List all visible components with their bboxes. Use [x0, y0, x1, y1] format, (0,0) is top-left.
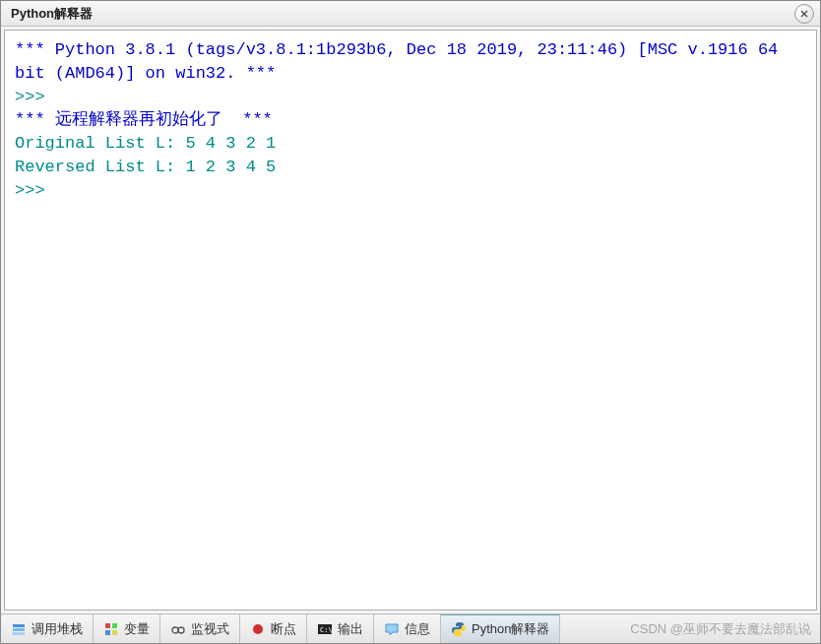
svg-rect-6 — [112, 623, 117, 628]
message-icon — [384, 621, 400, 637]
tab-label: Python解释器 — [472, 620, 549, 638]
svg-point-10 — [178, 627, 184, 633]
tab-label: 信息 — [405, 620, 430, 638]
window: Python解释器 *** Python 3.8.1 (tags/v3.8.1:… — [0, 0, 821, 644]
svg-rect-2 — [13, 624, 25, 627]
console-area[interactable]: *** Python 3.8.1 (tags/v3.8.1:1b293b6, D… — [4, 30, 817, 611]
svg-point-12 — [253, 624, 263, 634]
svg-point-9 — [172, 627, 178, 633]
svg-rect-5 — [105, 623, 110, 628]
tab-messages[interactable]: 信息 — [374, 614, 441, 643]
prompt: >>> — [15, 88, 55, 106]
status-bar: 调用堆栈 变量 监视式 断点 C:\ 输出 — [1, 613, 820, 643]
output-line-original: Original List L: 5 4 3 2 1 — [15, 134, 276, 153]
version-line: *** Python 3.8.1 (tags/v3.8.1:1b293b6, D… — [15, 40, 789, 83]
variables-icon — [103, 621, 119, 637]
close-button[interactable] — [794, 4, 814, 24]
tab-breakpoints[interactable]: 断点 — [240, 614, 307, 643]
tab-watches[interactable]: 监视式 — [160, 614, 240, 643]
output-line-reversed: Reversed List L: 1 2 3 4 5 — [15, 158, 276, 176]
output-icon: C:\ — [317, 621, 333, 637]
tab-label: 变量 — [124, 620, 150, 638]
tab-call-stack[interactable]: 调用堆栈 — [1, 614, 94, 643]
tab-label: 断点 — [271, 620, 296, 638]
svg-rect-7 — [105, 630, 110, 635]
svg-rect-8 — [112, 630, 117, 635]
svg-rect-4 — [13, 632, 25, 635]
tab-output[interactable]: C:\ 输出 — [307, 614, 374, 643]
window-title: Python解释器 — [11, 5, 93, 23]
breakpoint-icon — [250, 621, 266, 637]
svg-rect-3 — [13, 628, 25, 631]
tab-label: 调用堆栈 — [32, 620, 83, 638]
stack-icon — [11, 621, 27, 637]
title-bar: Python解释器 — [1, 1, 820, 27]
tab-python-interpreter[interactable]: Python解释器 — [441, 614, 560, 643]
terminal-output: *** Python 3.8.1 (tags/v3.8.1:1b293b6, D… — [15, 38, 806, 203]
reinit-line: *** 远程解释器再初始化了 *** — [15, 110, 273, 129]
tab-label: 监视式 — [191, 620, 229, 638]
tab-variables[interactable]: 变量 — [94, 614, 160, 643]
python-icon — [451, 621, 467, 637]
prompt: >>> — [15, 181, 55, 200]
svg-text:C:\: C:\ — [320, 626, 333, 634]
glasses-icon — [170, 621, 186, 637]
tab-label: 输出 — [338, 620, 363, 638]
close-icon — [799, 9, 809, 19]
